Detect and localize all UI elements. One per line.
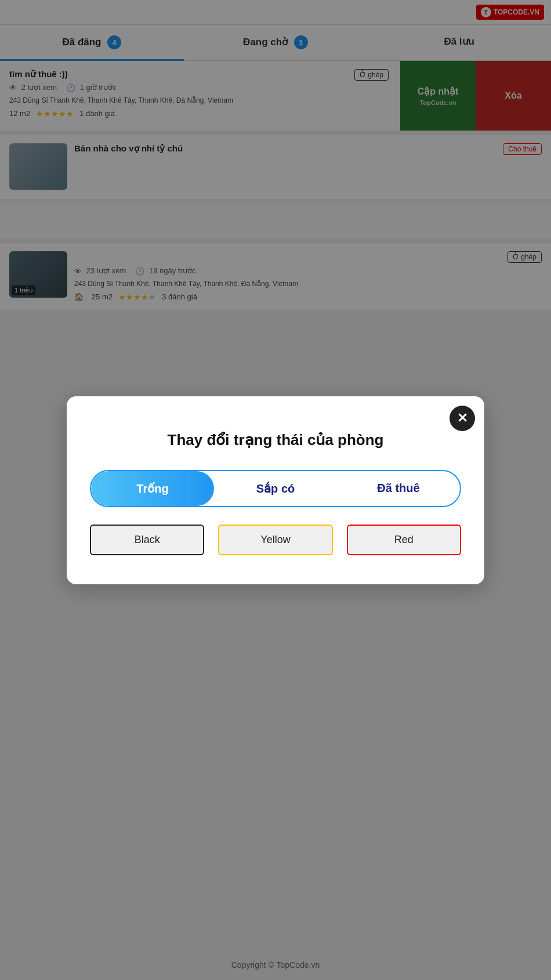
color-btn-yellow[interactable]: Yellow (218, 525, 332, 555)
color-btn-red[interactable]: Red (347, 525, 461, 555)
modal-colors-row: Black Yellow Red (90, 525, 461, 555)
status-btn-da-thue[interactable]: Đã thuê (337, 471, 460, 506)
status-btn-sap-co[interactable]: Sắp có (214, 471, 337, 506)
status-btn-trong[interactable]: Trống (91, 471, 214, 506)
close-icon: ✕ (457, 411, 467, 426)
modal-status-row: Trống Sắp có Đã thuê (90, 470, 461, 507)
color-btn-black[interactable]: Black (90, 525, 204, 555)
modal: ✕ Thay đổi trạng thái của phòng Trống Sắ… (67, 396, 484, 584)
modal-close-button[interactable]: ✕ (449, 406, 475, 431)
modal-title: Thay đổi trạng thái của phòng (90, 431, 461, 449)
